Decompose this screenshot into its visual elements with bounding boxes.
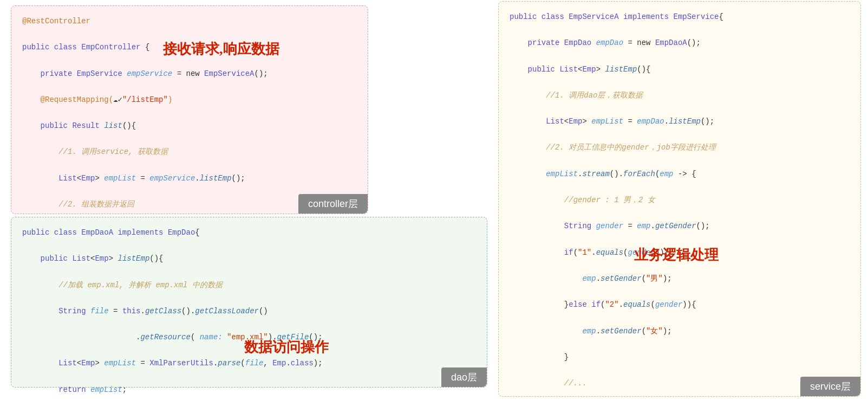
controller-layer-badge: controller层	[298, 194, 368, 214]
rest-controller-annotation: @RestController	[22, 17, 90, 25]
service-annotation-label: 业务逻辑处理	[634, 246, 719, 264]
controller-panel: @RestController public class EmpControll…	[11, 5, 368, 214]
dao-layer-badge: dao层	[441, 367, 487, 387]
service-panel: public class EmpServiceA implements EmpS…	[498, 1, 861, 397]
dao-annotation-label: 数据访问操作	[244, 338, 329, 357]
controller-annotation-label: 接收请求,响应数据	[163, 40, 279, 59]
dao-panel: public class EmpDaoA implements EmpDao{ …	[11, 217, 487, 388]
service-layer-badge: service层	[800, 377, 860, 396]
